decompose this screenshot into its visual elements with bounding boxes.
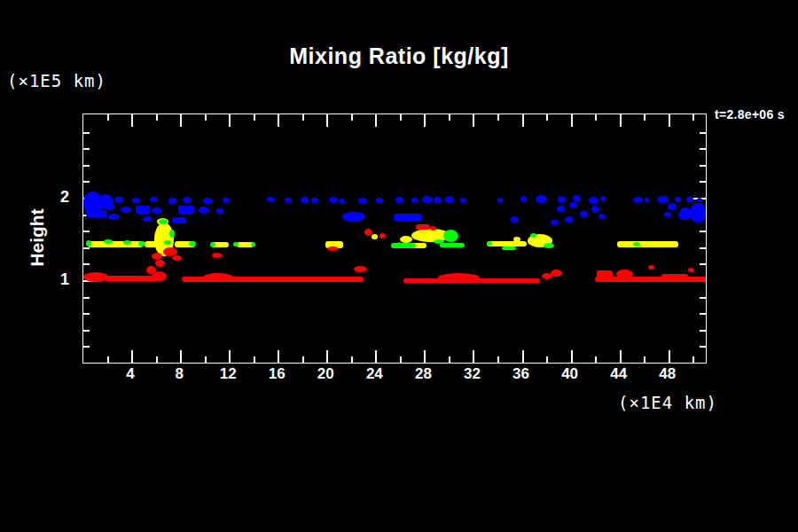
blue-blob: [536, 195, 547, 203]
axis-tick: [473, 114, 474, 127]
axis-tick: [302, 356, 304, 363]
axis-tick: [131, 350, 133, 363]
axis-tick: [180, 350, 182, 363]
x-tick-label: 8: [160, 365, 199, 383]
blue-blob: [152, 207, 162, 214]
blue-blob: [114, 197, 123, 203]
blue-blob: [686, 197, 693, 202]
axis-tick: [156, 114, 158, 121]
red-blob: [172, 255, 182, 261]
axis-tick: [83, 313, 90, 315]
blue-blob: [394, 214, 422, 221]
blue-blob: [569, 202, 577, 208]
axis-tick: [424, 350, 426, 363]
blue-blob: [422, 196, 433, 203]
blue-blob: [108, 214, 120, 220]
x-tick-label: 4: [111, 365, 150, 383]
axis-tick: [107, 356, 109, 363]
blue-blob: [150, 197, 158, 202]
axis-tick: [644, 114, 645, 121]
green-blob: [391, 243, 416, 248]
axis-tick: [83, 330, 90, 332]
axis-tick: [473, 350, 474, 363]
axis-tick: [692, 356, 694, 363]
blue-blob: [143, 216, 153, 222]
blue-blob: [445, 196, 454, 203]
axis-tick: [83, 181, 90, 183]
red-blob: [688, 268, 694, 272]
axis-tick: [700, 297, 706, 299]
blue-blob: [203, 198, 213, 204]
axis-tick: [669, 350, 670, 363]
yellow-blob: [400, 236, 412, 243]
red-blob: [661, 274, 688, 282]
axis-tick: [571, 350, 573, 363]
green-blob: [544, 243, 554, 248]
axis-tick: [644, 356, 645, 363]
x-tick-label: 40: [551, 365, 590, 383]
axis-tick: [700, 263, 706, 265]
plot-area: [82, 113, 707, 364]
axis-tick: [229, 350, 231, 363]
blue-blob: [678, 210, 692, 220]
axis-tick: [400, 356, 402, 363]
blue-blob: [668, 203, 677, 210]
green-blob: [189, 241, 196, 246]
red-blob: [354, 266, 367, 272]
axis-tick: [700, 132, 706, 134]
axis-tick: [595, 356, 597, 363]
axis-tick: [131, 114, 133, 127]
axis-tick: [83, 297, 90, 299]
blue-blob: [342, 212, 365, 222]
x-tick-label: 48: [648, 365, 687, 383]
axis-tick: [620, 114, 622, 127]
blue-blob: [136, 206, 150, 214]
blue-blob: [565, 216, 574, 223]
axis-tick: [278, 350, 279, 363]
blue-blob: [216, 208, 223, 214]
green-blob: [104, 239, 113, 244]
green-blob: [251, 242, 255, 246]
axis-tick: [571, 114, 573, 127]
x-tick-label: 28: [403, 365, 442, 383]
blue-blob: [285, 198, 292, 203]
y-axis-title: Height: [27, 208, 48, 266]
blue-blob: [497, 198, 503, 203]
green-blob: [633, 242, 640, 246]
time-annotation: t=2.8e+06 s: [715, 107, 785, 121]
blue-blob: [697, 198, 702, 202]
axis-tick: [700, 231, 706, 232]
axis-tick: [83, 165, 90, 167]
axis-tick: [375, 114, 377, 127]
axis-tick: [326, 114, 328, 127]
red-blob: [364, 229, 372, 236]
chart-title: Mixing Ratio [kg/kg]: [0, 43, 798, 69]
blue-blob: [520, 196, 527, 202]
green-blob: [443, 230, 458, 242]
red-blob: [595, 277, 707, 282]
axis-tick: [497, 114, 499, 121]
axis-tick: [692, 114, 694, 121]
blue-blob: [657, 196, 669, 203]
blue-blob: [168, 198, 176, 204]
green-blob: [440, 243, 465, 247]
red-blob: [438, 273, 480, 282]
blue-blob: [558, 196, 566, 203]
blue-blob: [106, 203, 114, 210]
blue-blob: [557, 206, 565, 212]
blue-blob: [434, 197, 442, 203]
axis-tick: [700, 346, 706, 348]
green-blob: [169, 230, 175, 238]
blue-blob: [675, 197, 681, 202]
axis-tick: [424, 114, 426, 127]
blue-blob: [690, 203, 707, 223]
axis-tick: [83, 263, 90, 265]
blue-blob: [511, 216, 519, 223]
red-blob: [416, 224, 430, 230]
green-blob: [138, 241, 145, 246]
red-blob: [648, 265, 654, 270]
axis-tick: [595, 114, 597, 121]
x-tick-label: 24: [355, 365, 394, 383]
green-blob: [210, 242, 215, 247]
blue-blob: [339, 199, 345, 204]
